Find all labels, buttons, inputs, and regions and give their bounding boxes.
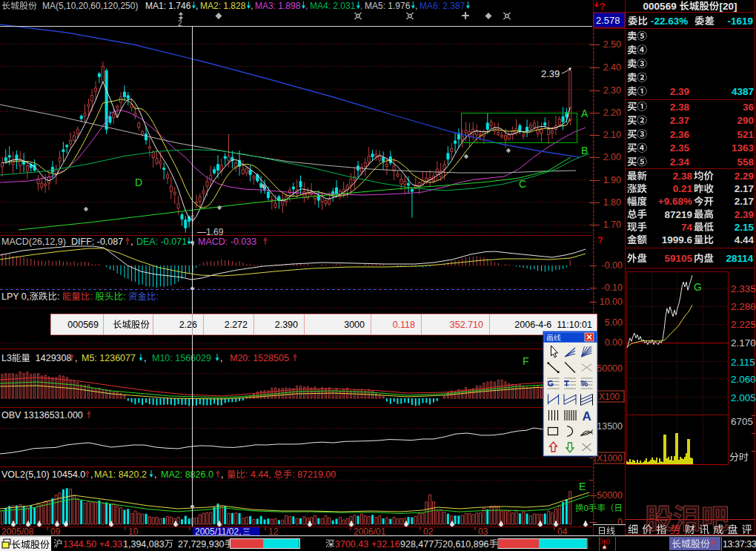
svg-text:2006/01: 2006/01 [354,527,386,537]
svg-text:1.80: 1.80 [603,197,621,208]
svg-text:2.38: 2.38 [673,171,693,182]
svg-text:12: 12 [268,527,279,537]
svg-text:36: 36 [743,102,755,113]
svg-text:2006-4-6 11:10:01: 2006-4-6 11:10:01 [514,320,592,330]
svg-text:,: , [144,353,146,363]
svg-text:10.00: 10.00 [600,297,623,307]
svg-text:DEA: -0.071: DEA: -0.071 [136,237,187,247]
svg-text:E: E [579,481,586,492]
svg-text:74: 74 [681,222,693,233]
svg-text:C: C [519,178,526,190]
svg-text:2.34: 2.34 [670,156,690,168]
svg-text:2.17: 2.17 [735,196,754,207]
svg-text:-0.10: -0.10 [602,283,623,293]
svg-text:0: 0 [584,504,588,512]
svg-text:VOL2(5,10) 10454.0: VOL2(5,10) 10454.0 [1,469,85,480]
svg-text:1344.50 +4.33: 1344.50 +4.33 [63,539,122,550]
svg-text:2.39: 2.39 [735,209,754,220]
svg-text:1429308: 1429308 [36,353,72,363]
svg-text:000569: 000569 [67,320,99,330]
svg-text:MA5: 1.976: MA5: 1.976 [365,1,411,11]
svg-text:4.44: 4.44 [735,234,755,245]
svg-text:-50000: -50000 [594,490,623,501]
svg-text:A: A [581,108,588,119]
svg-text:04: 04 [557,527,568,537]
svg-text:2005/11/02,: 2005/11/02, [195,527,242,537]
svg-text:F: F [523,355,529,367]
svg-text:1,394,083: 1,394,083 [123,539,165,550]
svg-text:MA1: 8420.2: MA1: 8420.2 [94,469,147,480]
svg-text:,: , [220,353,222,363]
svg-text:2.390: 2.390 [275,320,298,330]
svg-text:,: , [154,469,156,480]
svg-text:,: , [90,469,93,480]
svg-text:290: 290 [737,115,755,126]
svg-text:1999.6: 1999.6 [662,234,693,245]
svg-text:000569: 000569 [643,1,677,12]
svg-text:+32.16: +32.16 [371,539,400,550]
svg-text:03: 03 [478,527,488,537]
svg-text:,: , [360,1,362,11]
svg-text:2.10: 2.10 [603,130,621,140]
svg-text:M5: 1236077: M5: 1236077 [82,353,136,363]
svg-text:,: , [251,1,253,11]
svg-text:02: 02 [423,527,434,537]
svg-text:A: A [583,409,591,423]
svg-text:2.20: 2.20 [603,108,621,118]
svg-text:MA4: 2.031: MA4: 2.031 [310,1,356,11]
svg-text:LPY 0,: LPY 0, [1,291,29,302]
svg-text:4387: 4387 [732,86,754,97]
svg-text:10: 10 [128,527,139,537]
svg-text::: : [90,291,93,302]
svg-text:2.115: 2.115 [731,357,755,368]
svg-text:2.00: 2.00 [603,152,621,162]
svg-text:3000: 3000 [344,320,365,330]
svg-text:MA(5,10,20,60,120,250): MA(5,10,20,60,120,250) [42,1,138,11]
svg-text:521: 521 [737,129,755,140]
svg-text:,: , [196,1,198,11]
svg-text:M20: 1528505: M20: 1528505 [230,353,289,363]
svg-text:2005/08: 2005/08 [1,527,34,537]
svg-text:M10: 1566029: M10: 1566029 [152,353,211,363]
svg-text:2.50: 2.50 [603,39,621,50]
svg-text:+9.68%: +9.68% [658,196,692,207]
svg-text:L3: L3 [1,353,12,363]
svg-text:-0.00: -0.00 [602,260,623,271]
svg-text:2.39: 2.39 [670,86,689,97]
svg-text:G: G [694,281,702,293]
svg-text::: : [123,291,125,302]
svg-text:: 87219.00: : 87219.00 [292,469,336,480]
svg-text:MA2: 8826.0: MA2: 8826.0 [161,469,213,480]
svg-text:13:37:33: 13:37:33 [723,539,756,550]
svg-text:2.15: 2.15 [735,222,755,233]
svg-text:,: , [130,237,133,247]
svg-text:3700.43: 3700.43 [335,539,368,550]
svg-text:2.39: 2.39 [541,68,560,79]
svg-text:20,610,896: 20,610,896 [442,539,489,550]
svg-text:928,477: 928,477 [400,539,434,550]
svg-text:1.70: 1.70 [603,220,621,230]
svg-text:MA1: 1.746: MA1: 1.746 [145,1,191,11]
svg-text:1363: 1363 [732,142,755,154]
svg-text:2.578: 2.578 [596,15,620,26]
svg-text:?: ? [597,235,603,245]
svg-text:50000: 50000 [597,363,623,374]
svg-text::: : [57,291,59,302]
svg-text:MACD(26,12,9): MACD(26,12,9) [1,237,66,247]
svg-text:2.38: 2.38 [670,102,690,113]
svg-text:2.35: 2.35 [670,142,690,154]
svg-text:2.29: 2.29 [735,171,754,182]
svg-text:0: 0 [617,517,623,527]
svg-text:,: , [415,1,417,11]
svg-text:%: % [581,379,588,388]
svg-text:28114: 28114 [726,253,754,264]
svg-text:-22.63%: -22.63% [651,16,688,27]
svg-text:,: , [221,469,223,480]
svg-text:MA3: 1.898: MA3: 1.898 [255,1,301,11]
svg-text:2.272: 2.272 [225,320,248,330]
svg-text:2.26: 2.26 [179,320,197,330]
svg-text:27,729,930: 27,729,930 [178,539,225,550]
svg-text:1.90: 1.90 [603,175,621,185]
svg-text::: : [156,291,158,302]
svg-text:2.17: 2.17 [735,183,754,194]
